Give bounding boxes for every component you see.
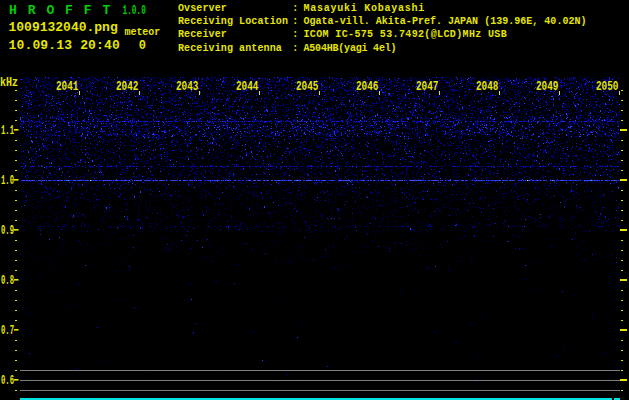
svg-text:0.9: 0.9 — [1, 224, 14, 238]
svg-text:0.7: 0.7 — [1, 324, 14, 338]
svg-text:Receiving Location: Receiving Location — [178, 16, 288, 27]
svg-text:A504HB(yagi 4el): A504HB(yagi 4el) — [304, 43, 397, 54]
svg-text::: : — [292, 3, 298, 14]
svg-text:0.6: 0.6 — [1, 374, 14, 388]
svg-text:10.09.13 20:40: 10.09.13 20:40 — [9, 38, 120, 53]
svg-text:Receiver: Receiver — [178, 29, 227, 40]
svg-text:Ogata-vill. Akita-Pref. JAPAN: Ogata-vill. Akita-Pref. JAPAN (139.96E, … — [304, 16, 587, 27]
svg-text:1009132040.png: 1009132040.png — [9, 20, 118, 35]
svg-text:2046: 2046 — [356, 80, 378, 94]
svg-text:2050: 2050 — [596, 80, 618, 94]
svg-text:2043: 2043 — [176, 80, 198, 94]
svg-text:2048: 2048 — [476, 80, 498, 94]
svg-text:0: 0 — [139, 39, 146, 53]
svg-text:2042: 2042 — [116, 80, 138, 94]
svg-text:Receiving antenna: Receiving antenna — [178, 43, 282, 54]
svg-text:ICOM IC-575 53.7492(@LCD)MHz U: ICOM IC-575 53.7492(@LCD)MHz USB — [304, 29, 508, 40]
svg-text:2047: 2047 — [416, 80, 438, 94]
svg-text:2044: 2044 — [236, 80, 258, 94]
svg-text::: : — [292, 16, 298, 27]
svg-text:H R O F F T: H R O F F T — [9, 3, 112, 18]
svg-text:1.0.0: 1.0.0 — [123, 3, 146, 18]
svg-text::: : — [292, 43, 298, 54]
svg-text:kHz: kHz — [0, 76, 18, 90]
svg-text:1.0: 1.0 — [1, 174, 14, 188]
svg-text:2041: 2041 — [56, 80, 78, 94]
svg-text::: : — [292, 29, 298, 40]
svg-text:1.1: 1.1 — [1, 124, 14, 138]
svg-text:Ovserver: Ovserver — [178, 3, 227, 14]
svg-text:2045: 2045 — [296, 80, 318, 94]
svg-text:meteor: meteor — [125, 27, 161, 38]
svg-text:Masayuki Kobayashi: Masayuki Kobayashi — [304, 3, 426, 14]
svg-text:0.8: 0.8 — [1, 274, 14, 288]
svg-text:2049: 2049 — [536, 80, 558, 94]
